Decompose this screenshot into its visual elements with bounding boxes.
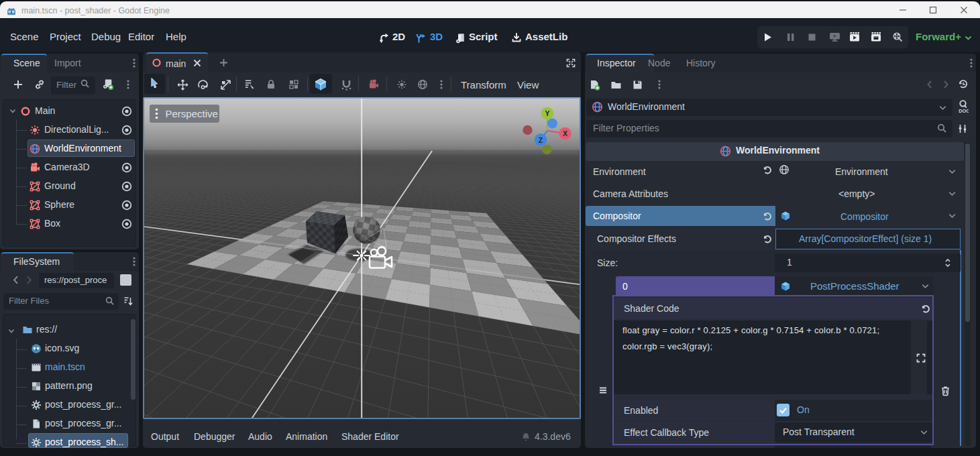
svg-text:X: X: [563, 129, 567, 137]
svg-text:Y: Y: [545, 109, 549, 117]
svg-text:Z: Z: [539, 136, 543, 144]
svg-text:Perspective: Perspective: [166, 108, 218, 119]
svg-text:DOC: DOC: [959, 108, 969, 113]
